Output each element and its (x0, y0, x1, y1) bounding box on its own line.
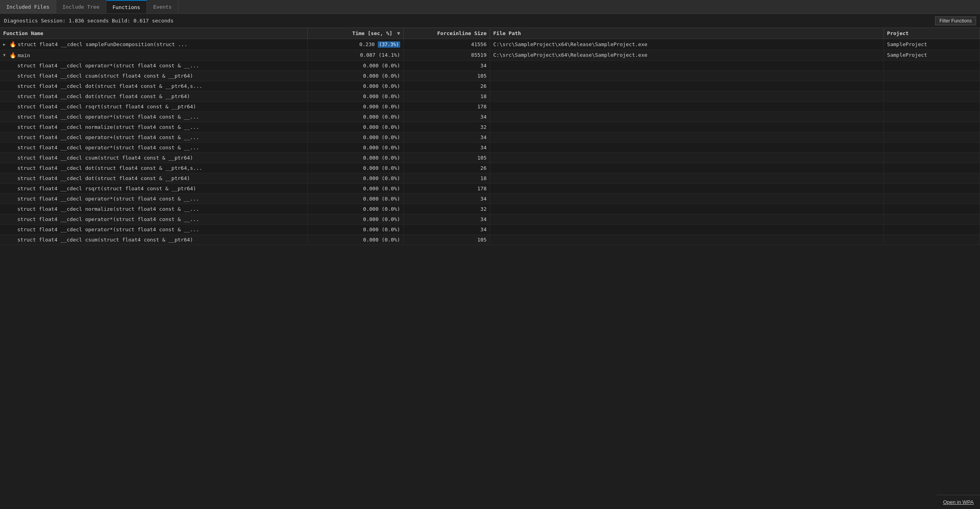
cell-file-path (490, 163, 884, 173)
table-row[interactable]: struct float4 __cdecl dot(struct float4 … (0, 91, 980, 102)
time-value: 0.087 (14.1%) (360, 52, 400, 58)
cell-project (884, 132, 980, 143)
cell-forceinline-size: 34 (403, 225, 490, 235)
column-function-name[interactable]: Function Name (0, 28, 307, 39)
flame-icon: 🔥 (9, 41, 16, 47)
cell-function-name: struct float4 __cdecl csum(struct float4… (0, 235, 307, 245)
function-name-text: struct float4 __cdecl rsqrt(struct float… (17, 186, 196, 191)
expand-icon[interactable]: ▶ (3, 42, 9, 48)
table-row[interactable]: struct float4 __cdecl operator*(struct f… (0, 214, 980, 225)
cell-function-name: struct float4 __cdecl operator*(struct f… (0, 214, 307, 225)
time-value: 0.000 (0.0%) (363, 227, 400, 232)
cell-time: 0.000 (0.0%) (307, 91, 403, 102)
table-row[interactable]: struct float4 __cdecl rsqrt(struct float… (0, 102, 980, 112)
table-row[interactable]: struct float4 __cdecl dot(struct float4 … (0, 163, 980, 173)
time-value: 0.000 (0.0%) (363, 175, 400, 181)
cell-forceinline-size: 26 (403, 163, 490, 173)
table-row[interactable]: struct float4 __cdecl operator+(struct f… (0, 132, 980, 143)
table-row[interactable]: struct float4 __cdecl normalize(struct f… (0, 122, 980, 132)
table-row[interactable]: struct float4 __cdecl operator*(struct f… (0, 112, 980, 122)
cell-project: SampleProject (884, 50, 980, 61)
column-file-path[interactable]: File Path (490, 28, 884, 39)
cell-forceinline-size: 26 (403, 81, 490, 91)
cell-file-path (490, 153, 884, 163)
time-value: 0.000 (0.0%) (363, 104, 400, 110)
table-row[interactable]: struct float4 __cdecl csum(struct float4… (0, 71, 980, 81)
cell-time: 0.000 (0.0%) (307, 225, 403, 235)
cell-function-name: ▼🔥main (0, 50, 307, 61)
cell-file-path: C:\src\SampleProject\x64\Release\SampleP… (490, 39, 884, 50)
cell-file-path (490, 102, 884, 112)
table-row[interactable]: struct float4 __cdecl operator*(struct f… (0, 61, 980, 71)
time-value: 0.000 (0.0%) (363, 186, 400, 191)
cell-project (884, 173, 980, 184)
column-time[interactable]: Time [sec, %] ▼ (307, 28, 403, 39)
cell-forceinline-size: 18 (403, 91, 490, 102)
tab-include-tree[interactable]: Include Tree (56, 0, 106, 13)
cell-project (884, 102, 980, 112)
cell-time: 0.000 (0.0%) (307, 71, 403, 81)
cell-time: 0.000 (0.0%) (307, 163, 403, 173)
cell-function-name: struct float4 __cdecl operator*(struct f… (0, 61, 307, 71)
cell-function-name: struct float4 __cdecl normalize(struct f… (0, 204, 307, 214)
column-project[interactable]: Project (884, 28, 980, 39)
cell-function-name: struct float4 __cdecl dot(struct float4 … (0, 81, 307, 91)
cell-project (884, 71, 980, 81)
table-row[interactable]: struct float4 __cdecl dot(struct float4 … (0, 81, 980, 91)
tab-events[interactable]: Events (147, 0, 178, 13)
cell-file-path (490, 61, 884, 71)
cell-function-name: struct float4 __cdecl rsqrt(struct float… (0, 184, 307, 194)
open-wpa-button[interactable]: Open in WPA (943, 499, 974, 505)
cell-time: 0.000 (0.0%) (307, 184, 403, 194)
cell-forceinline-size: 32 (403, 204, 490, 214)
function-name-text: struct float4 __cdecl operator*(struct f… (17, 145, 199, 150)
tab-included-files[interactable]: Included Files (0, 0, 56, 13)
table-row[interactable]: struct float4 __cdecl csum(struct float4… (0, 153, 980, 163)
cell-file-path (490, 194, 884, 204)
function-name-text: struct float4 __cdecl normalize(struct f… (17, 206, 199, 212)
time-value: 0.000 (0.0%) (363, 206, 400, 212)
cell-file-path (490, 235, 884, 245)
function-name-text: struct float4 __cdecl csum(struct float4… (17, 237, 193, 243)
column-forceinline-size[interactable]: Forceinline Size (403, 28, 490, 39)
table-row[interactable]: struct float4 __cdecl dot(struct float4 … (0, 173, 980, 184)
cell-file-path (490, 112, 884, 122)
function-name-text: struct float4 __cdecl operator*(struct f… (17, 216, 199, 222)
cell-project (884, 225, 980, 235)
table-row[interactable]: struct float4 __cdecl normalize(struct f… (0, 204, 980, 214)
cell-time: 0.000 (0.0%) (307, 214, 403, 225)
functions-table-container[interactable]: Function Name Time [sec, %] ▼ Forceinlin… (0, 28, 980, 495)
function-name-text: struct float4 __cdecl operator+(struct f… (17, 134, 199, 140)
cell-time: 0.000 (0.0%) (307, 143, 403, 153)
table-row[interactable]: struct float4 __cdecl csum(struct float4… (0, 235, 980, 245)
function-name-text: struct float4 __cdecl operator*(struct f… (17, 63, 199, 69)
cell-function-name: struct float4 __cdecl operator*(struct f… (0, 112, 307, 122)
expand-icon[interactable]: ▼ (3, 53, 9, 58)
table-row[interactable]: struct float4 __cdecl operator*(struct f… (0, 143, 980, 153)
cell-time: 0.000 (0.0%) (307, 194, 403, 204)
table-row[interactable]: ▶🔥struct float4 __cdecl sampleFunDecompo… (0, 39, 980, 50)
tab-functions-label: Functions (113, 4, 140, 10)
cell-forceinline-size: 32 (403, 122, 490, 132)
cell-time: 0.000 (0.0%) (307, 61, 403, 71)
table-row[interactable]: struct float4 __cdecl operator*(struct f… (0, 194, 980, 204)
cell-time: 0.000 (0.0%) (307, 112, 403, 122)
cell-forceinline-size: 18 (403, 173, 490, 184)
table-row[interactable]: ▼🔥main0.087 (14.1%)85519C:\src\SamplePro… (0, 50, 980, 61)
filter-functions-button[interactable]: Filter Functions (935, 17, 976, 25)
table-row[interactable]: struct float4 __cdecl rsqrt(struct float… (0, 184, 980, 194)
function-name-text: struct float4 __cdecl operator*(struct f… (17, 227, 199, 232)
function-name-text: struct float4 __cdecl dot(struct float4 … (17, 83, 202, 89)
flame-icon: 🔥 (9, 52, 16, 58)
cell-time: 0.000 (0.0%) (307, 235, 403, 245)
cell-function-name: struct float4 __cdecl dot(struct float4 … (0, 163, 307, 173)
functions-table: Function Name Time [sec, %] ▼ Forceinlin… (0, 28, 980, 245)
time-value: 0.000 (0.0%) (363, 83, 400, 89)
cell-time: 0.000 (0.0%) (307, 81, 403, 91)
function-name-text: struct float4 __cdecl normalize(struct f… (17, 124, 199, 130)
cell-time: 0.000 (0.0%) (307, 153, 403, 163)
tab-functions[interactable]: Functions (106, 0, 147, 13)
diagnostics-bar: Diagnostics Session: 1.836 seconds Build… (0, 14, 980, 28)
table-row[interactable]: struct float4 __cdecl operator*(struct f… (0, 225, 980, 235)
bottom-bar: Open in WPA (937, 495, 980, 509)
